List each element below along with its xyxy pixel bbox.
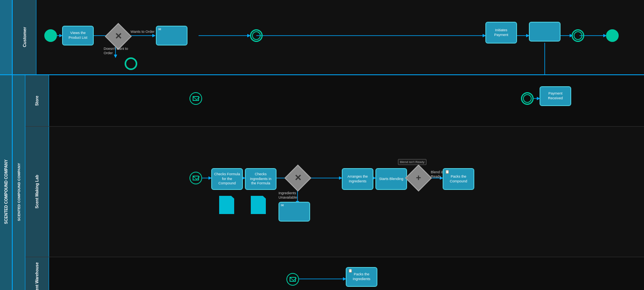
customer-outer-label: [0, 0, 13, 75]
task-views-product-list[interactable]: Views the Product List: [62, 26, 94, 45]
customer-lane-body: Views the Product List ✕ Wants to Order …: [36, 0, 644, 74]
task-payment-received[interactable]: Payment Received: [540, 86, 571, 106]
task-packs-compound[interactable]: 📋 Packs the Compound: [443, 168, 474, 190]
scent-lab-body: Checks Formula for the Compound Checks I…: [49, 127, 644, 257]
task-checks-formula[interactable]: Checks Formula for the Compound: [211, 168, 243, 190]
document-1: [219, 196, 234, 214]
blend-not-ready-annotation: Blend isn't Ready: [398, 159, 426, 165]
scent-lab-connections: [49, 127, 644, 257]
task-places-order[interactable]: ✉: [156, 26, 188, 45]
end-event-customer: [606, 29, 619, 42]
store-lane-body: Payment Received: [49, 75, 644, 126]
task-checks-ingredients[interactable]: Checks Ingredients in the Formula: [245, 168, 277, 190]
store-label-text: Store: [35, 96, 39, 106]
store-msg-event: [189, 92, 202, 105]
store-lane-label: Store: [25, 75, 49, 126]
task-receives-product[interactable]: Initiates Payment: [485, 22, 517, 44]
wants-to-order-label: Wants to Order: [131, 30, 155, 34]
doesnt-want-label: Doesn't want to Order: [104, 47, 135, 55]
company-label: SCENTED COMPOUND COMPANY: [0, 75, 13, 290]
warehouse-body: 📋 Packs the Ingredients: [49, 257, 644, 290]
sub-lanes: Store: [25, 75, 644, 290]
customer-label-text: Customer: [22, 27, 27, 47]
task-arranges-ingredients[interactable]: Arranges the Ingredients: [342, 168, 373, 190]
task-place-order-warehouse[interactable]: ✉: [278, 202, 310, 222]
company-label-text: SCENTED COMPOUND COMPANY: [4, 159, 8, 224]
task-packs-ingredients[interactable]: 📋 Packs the Ingredients: [346, 267, 377, 287]
gateway-wants-order: ✕: [109, 27, 128, 46]
scent-lab-lane: Scent Making Lab: [25, 127, 644, 257]
store-intermediate-event: [521, 92, 534, 105]
scented-company-label-col: SCENTED COMPOUND COMPANY: [13, 75, 25, 290]
warehouse-lane: Ingredient Warehouse: [25, 257, 644, 290]
gateway-blend: +: [409, 169, 428, 188]
scent-lab-text: Scent Making Lab: [35, 175, 39, 208]
warehouse-label: Ingredient Warehouse: [25, 257, 49, 290]
intermediate-event-1: [250, 29, 263, 42]
end-event-doesnt-want: [125, 57, 137, 70]
task-initiates-payment[interactable]: [529, 22, 561, 42]
start-event-customer: [44, 29, 57, 42]
store-lane: Store: [25, 75, 644, 127]
ingredients-unavailable-label: Ingredients Unavailable: [278, 191, 310, 200]
warehouse-msg-event: [286, 273, 299, 286]
scented-section: SCENTED COMPOUND COMPANY Store: [13, 75, 644, 290]
intermediate-event-2: [572, 29, 584, 42]
scent-lab-label: Scent Making Lab: [25, 127, 49, 257]
scented-label-text: SCENTED COMPOUND COMPANY: [17, 163, 21, 221]
customer-lane: Customer: [13, 0, 644, 75]
task-starts-blending[interactable]: Starts Blending: [375, 168, 407, 190]
document-2: [251, 196, 266, 214]
customer-lane-label: Customer: [13, 0, 36, 74]
scent-lab-msg-event: [189, 172, 202, 184]
gateway-ingredients: ✕: [288, 169, 307, 188]
warehouse-label-text: Ingredient Warehouse: [35, 262, 39, 290]
